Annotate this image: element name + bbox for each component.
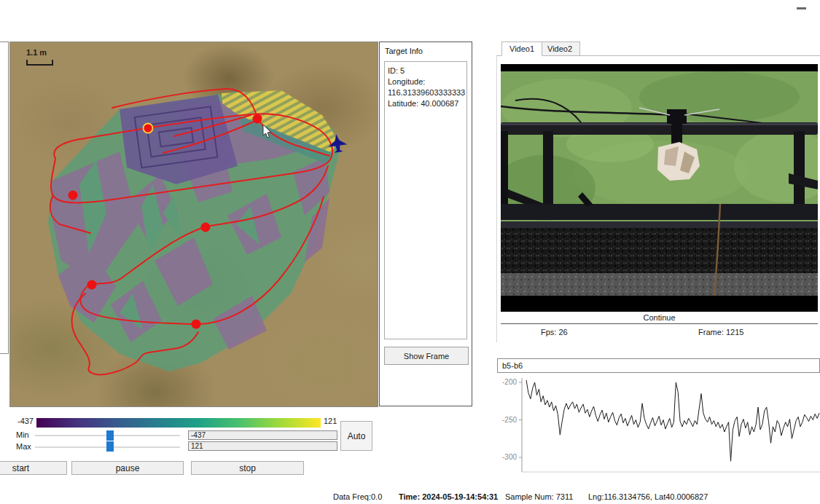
- max-slider-handle[interactable]: [106, 441, 114, 452]
- heatmap-maze-region: [120, 95, 238, 184]
- target-info-title: Target Info: [385, 47, 423, 55]
- pause-button[interactable]: pause: [71, 461, 184, 475]
- min-value-field[interactable]: -437: [188, 430, 337, 440]
- status-data-freq: Data Freq:0.0: [333, 492, 382, 501]
- status-time: Time: 2024-05-19-14:54:31: [399, 492, 498, 501]
- frame-number-label: Frame: 1215: [698, 328, 743, 336]
- fps-label: Fps: 26: [541, 328, 568, 336]
- target-info-box: ID: 5 Longitude: 116.31339603333333 Lati…: [384, 61, 467, 339]
- target-longitude-label: Longitude:: [388, 76, 464, 87]
- continue-button[interactable]: Continue: [501, 312, 818, 324]
- status-lnglat: Lng:116.3134756, Lat40.0006827: [588, 492, 708, 501]
- stop-button[interactable]: stop: [191, 461, 304, 475]
- chart-ytick-label: -200: [495, 378, 517, 386]
- scale-bar: [27, 60, 52, 65]
- target-info-panel: Target Info ID: 5 Longitude: 116.3133960…: [379, 42, 472, 406]
- tab-video1[interactable]: Video1: [501, 42, 542, 56]
- waypoint-dot[interactable]: [201, 223, 211, 232]
- start-button[interactable]: start: [0, 461, 67, 475]
- left-cutoff-panel: [0, 42, 9, 354]
- map-view[interactable]: 1.1 m: [9, 42, 378, 407]
- colorbar-max-label: 121: [324, 417, 337, 425]
- show-frame-button[interactable]: Show Frame: [384, 347, 469, 365]
- max-value-field[interactable]: 121: [188, 441, 337, 451]
- map-overlay[interactable]: [10, 42, 378, 406]
- minimize-icon[interactable]: [797, 7, 806, 9]
- scale-label: 1.1 m: [26, 48, 47, 57]
- status-sample-num: Sample Num: 7311: [505, 492, 573, 501]
- app-window: 1.1 m Target Info ID: 5 Longitude: 116.3…: [0, 0, 820, 504]
- waypoint-dot[interactable]: [87, 280, 97, 290]
- chart-title-box[interactable]: b5-b6: [497, 358, 820, 373]
- tab-video2[interactable]: Video2: [539, 42, 580, 56]
- colorbar-min-label: -437: [15, 417, 34, 425]
- min-slider-label: Min: [16, 430, 29, 439]
- chart-plot[interactable]: [497, 374, 820, 477]
- auto-button[interactable]: Auto: [340, 421, 372, 451]
- waypoint-dot[interactable]: [144, 124, 153, 133]
- target-longitude-value: 116.31339603333333: [388, 87, 464, 98]
- chart-ytick-label: -300: [495, 453, 517, 461]
- waypoint-dot[interactable]: [192, 320, 201, 329]
- colorbar-gradient: [36, 418, 321, 428]
- target-id: ID: 5: [388, 66, 464, 76]
- max-slider-label: Max: [16, 442, 31, 451]
- signal-chart[interactable]: -200-250-300: [497, 374, 820, 477]
- video-content: [501, 64, 818, 312]
- waypoint-dot[interactable]: [69, 191, 78, 200]
- min-slider-handle[interactable]: [106, 430, 114, 441]
- chart-ytick-label: -250: [495, 416, 517, 424]
- target-latitude: Latitude: 40.000687: [388, 98, 464, 109]
- waypoint-dot[interactable]: [253, 114, 262, 124]
- video-display[interactable]: [501, 64, 818, 312]
